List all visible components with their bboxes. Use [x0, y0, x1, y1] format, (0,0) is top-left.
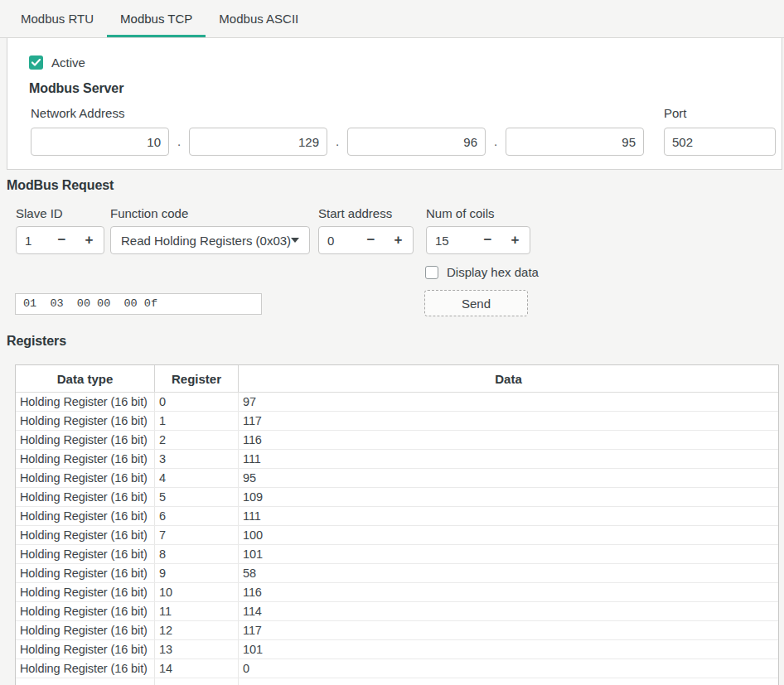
cell-register: 9 [155, 564, 239, 582]
cell-data: 101 [239, 640, 778, 658]
ip-dot-separator: . [327, 128, 347, 156]
slave-id-increment-button[interactable]: + [75, 227, 104, 253]
modbus-server-heading: Modbus Server [29, 81, 782, 96]
function-code-label: Function code [110, 206, 310, 219]
ip-octet-2-input[interactable] [189, 128, 327, 156]
cell-register: 10 [155, 583, 239, 601]
table-row[interactable]: Holding Register (16 bit) 8 101 [16, 545, 778, 564]
slave-id-field: Slave ID − + [16, 206, 104, 254]
table-row[interactable]: Holding Register (16 bit) 4 95 [16, 469, 778, 488]
table-row[interactable]: Holding Register (16 bit) 1 117 [16, 412, 778, 431]
cell-register: 4 [155, 469, 239, 487]
display-hex-row: Display hex data [425, 265, 529, 279]
cell-register: 6 [155, 507, 239, 525]
cell-data: 109 [239, 488, 778, 506]
ip-octet-3-input[interactable] [347, 128, 486, 156]
slave-id-label: Slave ID [16, 206, 104, 219]
request-hex-preview[interactable]: 01 03 00 00 00 0f [15, 293, 262, 315]
cell-data-type: Holding Register (16 bit) [16, 564, 155, 582]
modbus-server-frame: Active Modbus Server Network Address Por… [7, 38, 782, 170]
cell-data-type: Holding Register (16 bit) [16, 640, 155, 658]
cell-register: 3 [155, 450, 239, 468]
cell-data: 117 [239, 412, 778, 430]
function-code-dropdown[interactable]: Read Holding Registers (0x03) [110, 226, 310, 254]
tab-modbus-ascii[interactable]: Modbus ASCII [206, 0, 312, 37]
table-row[interactable]: Holding Register (16 bit) 6 111 [16, 507, 778, 526]
tab-modbus-tcp[interactable]: Modbus TCP [107, 0, 206, 37]
function-code-selected-value: Read Holding Registers (0x03) [121, 234, 291, 248]
cell-register: 13 [155, 640, 239, 658]
start-address-spinbutton: − + [318, 226, 414, 254]
registers-table: Data type Register Data Holding Register… [15, 364, 779, 685]
cell-register: 7 [155, 526, 239, 544]
address-labels-row: Network Address Port [31, 106, 776, 120]
num-of-coils-field: Num of coils − + [426, 206, 530, 254]
active-checkbox[interactable] [29, 55, 43, 70]
cell-data-type: Holding Register (16 bit) [16, 526, 155, 544]
cell-register: 8 [155, 545, 239, 563]
table-row[interactable]: Holding Register (16 bit) 7 100 [16, 526, 778, 545]
empty-cell [155, 678, 239, 685]
column-header-data-type[interactable]: Data type [16, 365, 155, 392]
num-of-coils-input[interactable] [427, 233, 475, 248]
cell-register: 1 [155, 412, 239, 430]
function-code-field: Function code Read Holding Registers (0x… [110, 206, 310, 254]
start-address-increment-button[interactable]: + [384, 227, 413, 253]
table-row[interactable]: Holding Register (16 bit) 12 117 [16, 621, 778, 640]
ip-octet-1-input[interactable] [31, 128, 169, 156]
table-row[interactable]: Holding Register (16 bit) 10 116 [16, 583, 778, 602]
notebook-tab-bar: Modbus RTU Modbus TCP Modbus ASCII [0, 0, 784, 38]
column-header-data[interactable]: Data [239, 365, 778, 392]
column-header-register[interactable]: Register [155, 365, 239, 392]
cell-data: 116 [239, 431, 778, 449]
num-of-coils-decrement-button[interactable]: − [475, 227, 501, 253]
tab-modbus-rtu[interactable]: Modbus RTU [7, 0, 107, 37]
cell-register: 11 [155, 602, 239, 620]
cell-data: 114 [239, 602, 778, 620]
cell-data: 101 [239, 545, 778, 563]
ip-octet-4-input[interactable] [506, 128, 644, 156]
slave-id-input[interactable] [17, 233, 49, 248]
table-row[interactable]: Holding Register (16 bit) 14 0 [16, 659, 778, 678]
table-row[interactable]: Holding Register (16 bit) 0 97 [16, 393, 778, 412]
hex-and-send-row: 01 03 00 00 00 0f Display hex data Send [15, 265, 784, 316]
cell-data-type: Holding Register (16 bit) [16, 602, 155, 620]
table-row[interactable]: Holding Register (16 bit) 3 111 [16, 450, 778, 469]
cell-register: 2 [155, 431, 239, 449]
table-row[interactable]: Holding Register (16 bit) 9 58 [16, 564, 778, 583]
address-block: Network Address Port . . . [31, 106, 776, 156]
num-of-coils-spinbutton: − + [426, 226, 530, 254]
cell-data-type: Holding Register (16 bit) [16, 507, 155, 525]
ip-dot-separator: . [486, 128, 506, 156]
table-row[interactable]: Holding Register (16 bit) 5 109 [16, 488, 778, 507]
display-hex-checkbox[interactable] [425, 266, 438, 279]
send-column: Display hex data Send [424, 265, 529, 316]
address-fields-row: . . . [31, 128, 776, 156]
cell-data-type: Holding Register (16 bit) [16, 659, 155, 678]
registers-table-body: Holding Register (16 bit) 0 97 Holding R… [16, 393, 778, 678]
table-row[interactable]: Holding Register (16 bit) 2 116 [16, 431, 778, 450]
start-address-decrement-button[interactable]: − [358, 227, 384, 253]
cell-data-type: Holding Register (16 bit) [16, 450, 155, 468]
cell-data: 97 [239, 393, 778, 411]
registers-heading: Registers [7, 334, 784, 349]
cell-data: 111 [239, 507, 778, 525]
cell-data-type: Holding Register (16 bit) [16, 545, 155, 563]
cell-data: 117 [239, 621, 778, 639]
cell-data: 58 [239, 564, 778, 582]
checkmark-icon [31, 59, 41, 66]
cell-data-type: Holding Register (16 bit) [16, 583, 155, 601]
modbus-request-section: ModBus Request Slave ID − + Function cod… [0, 178, 784, 316]
send-button[interactable]: Send [424, 290, 528, 316]
registers-section: Registers Data type Register Data Holdin… [0, 334, 784, 685]
num-of-coils-label: Num of coils [426, 206, 530, 219]
num-of-coils-increment-button[interactable]: + [501, 227, 530, 253]
cell-data-type: Holding Register (16 bit) [16, 412, 155, 430]
start-address-label: Start address [318, 206, 414, 219]
port-input[interactable] [664, 128, 776, 156]
table-row[interactable]: Holding Register (16 bit) 11 114 [16, 602, 778, 621]
start-address-input[interactable] [319, 233, 358, 248]
table-row[interactable]: Holding Register (16 bit) 13 101 [16, 640, 778, 659]
slave-id-decrement-button[interactable]: − [49, 227, 75, 253]
cell-data-type: Holding Register (16 bit) [16, 393, 155, 411]
